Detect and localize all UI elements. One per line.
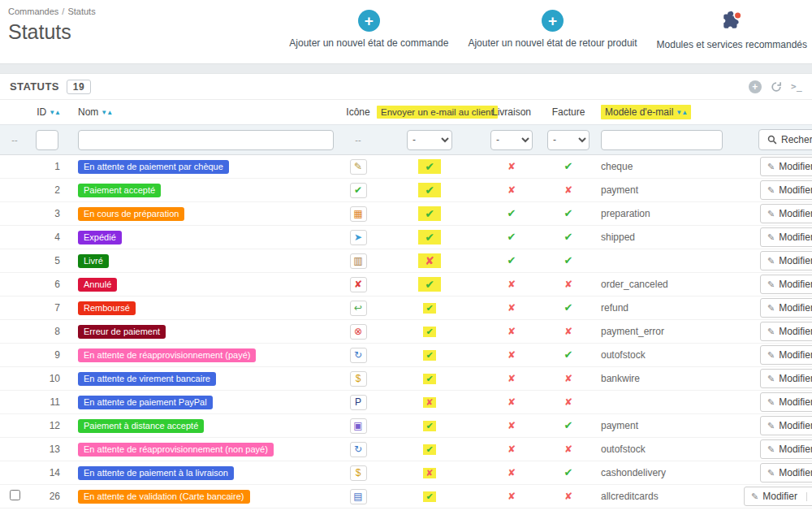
status-id: 1: [29, 161, 71, 172]
modify-button[interactable]: ✎Modifier: [760, 439, 812, 459]
pencil-icon: ✎: [767, 303, 775, 314]
modify-button[interactable]: ✎Modifier▾: [744, 487, 812, 506]
filter-icon-placeholder: --: [339, 135, 377, 145]
status-id: 12: [29, 420, 71, 431]
status-badge: Erreur de paiement: [78, 325, 166, 339]
delivery-cell: ✔: [482, 232, 541, 243]
pencil-icon: ✎: [767, 444, 775, 455]
delivery-cell: ✘: [482, 467, 541, 478]
breadcrumb-commandes[interactable]: Commandes: [8, 6, 58, 16]
cross-icon: ✘: [564, 491, 572, 501]
status-badge: Annulé: [78, 278, 117, 292]
cross-icon: ✘: [423, 468, 435, 478]
pencil-icon: ✎: [767, 185, 775, 196]
cross-icon: ✘: [508, 185, 516, 195]
modify-button[interactable]: ✎Modifier: [760, 275, 812, 294]
modify-button[interactable]: ✎Modifier: [760, 345, 812, 365]
recommended-modules-button[interactable]: Modules et services recommandés: [657, 10, 807, 50]
sort-icons[interactable]: ▼▲: [101, 109, 112, 116]
modify-label: Modifier: [779, 444, 812, 455]
check-icon: ✔: [418, 159, 441, 174]
status-id: 2: [29, 184, 71, 196]
filter-email-select[interactable]: -: [407, 130, 452, 150]
column-header-template[interactable]: Modèle d'e-mail▼▲: [596, 105, 755, 119]
refresh-icon[interactable]: [771, 81, 782, 93]
modify-button[interactable]: ✎Modifier: [760, 157, 812, 176]
recommended-modules-label: Modules et services recommandés: [657, 39, 807, 50]
table-row: 7Remboursé↩✔✘✔refund✎Modifier: [0, 296, 812, 320]
send-email-cell: ✔: [377, 373, 482, 384]
column-header-facture: Facture: [541, 106, 596, 118]
cross-icon: ✘: [508, 444, 516, 454]
breadcrumb-statuts[interactable]: Statuts: [67, 6, 95, 16]
cross-icon: ✘: [508, 279, 516, 289]
column-label: Facture: [552, 106, 585, 118]
check-icon: ✔: [423, 421, 435, 431]
send-email-cell: ✔: [377, 159, 482, 174]
row-actions-cell: ✎Modifier: [755, 345, 812, 365]
row-actions-cell: ✎Modifier: [755, 204, 812, 223]
sort-icons[interactable]: ▼▲: [676, 109, 687, 116]
payment-accepted-icon: ✔: [350, 183, 367, 198]
chevron-down-icon[interactable]: ▾: [806, 492, 812, 501]
sort-icons[interactable]: ▼▲: [49, 109, 60, 116]
modify-button[interactable]: ✎Modifier: [760, 392, 812, 412]
status-id: 5: [29, 255, 71, 266]
email-template: refund: [596, 302, 755, 314]
show-sql-icon[interactable]: >_: [791, 81, 802, 92]
status-name-cell: Paiement accepté: [71, 184, 339, 197]
status-icon-cell: ▤: [339, 489, 377, 504]
search-button[interactable]: Rechercher: [758, 129, 812, 150]
modify-button[interactable]: ✎Modifier: [760, 227, 812, 247]
check-icon: ✔: [423, 350, 435, 361]
email-template: cashondelivery: [596, 467, 755, 478]
add-return-state-button[interactable]: + Ajouter un nouvel état de retour produ…: [468, 10, 637, 50]
add-icon[interactable]: +: [749, 80, 762, 93]
modify-button[interactable]: ✎Modifier: [760, 416, 812, 435]
pencil-icon: ✎: [751, 491, 758, 502]
add-order-state-button[interactable]: + Ajouter un nouvel état de commande: [289, 10, 448, 50]
status-icon-cell: ⊗: [339, 324, 377, 340]
modify-button[interactable]: ✎Modifier: [760, 322, 812, 341]
modify-button[interactable]: ✎Modifier: [760, 369, 812, 388]
delivery-cell: ✘: [482, 396, 541, 408]
filter-name-input[interactable]: [78, 130, 334, 150]
delivery-cell: ✘: [482, 373, 541, 384]
check-icon: ✔: [423, 491, 435, 502]
statuses-panel: STATUTS 19 + >_ ID▼▲ Nom▼▲ Icône Envoyer…: [0, 74, 812, 509]
filter-delivery-select[interactable]: -: [490, 130, 533, 150]
modify-button[interactable]: ✎Modifier: [760, 180, 812, 200]
check-icon: ✔: [423, 327, 435, 337]
status-id: 26: [29, 491, 71, 502]
filter-template-input[interactable]: [601, 130, 723, 150]
send-email-cell: ✔: [377, 230, 482, 245]
filter-invoice-select[interactable]: -: [547, 130, 590, 150]
modify-button[interactable]: ✎Modifier: [760, 463, 812, 483]
canceled-icon: ✘: [350, 277, 367, 292]
modify-button[interactable]: ✎Modifier: [760, 298, 812, 318]
modify-button[interactable]: ✎Modifier: [760, 251, 812, 270]
cross-icon: ✘: [564, 327, 572, 336]
invoice-cell: ✔: [541, 420, 596, 431]
cross-icon: ✘: [564, 279, 572, 289]
status-badge: Remboursé: [78, 301, 136, 315]
pencil-icon: ✎: [767, 209, 775, 219]
email-template: allcreditcards: [596, 491, 755, 502]
send-email-cell: ✔: [377, 349, 482, 361]
modify-label: Modifier: [779, 279, 812, 290]
pencil-icon: ✎: [767, 162, 775, 172]
column-header-nom[interactable]: Nom▼▲: [71, 106, 339, 118]
filter-id-input[interactable]: [36, 130, 58, 150]
status-badge: En cours de préparation: [78, 207, 184, 221]
panel-heading: STATUTS 19 + >_: [0, 74, 812, 100]
status-icon-cell: ↩: [339, 301, 377, 316]
status-name-cell: Expédié: [71, 231, 339, 245]
column-label: Icône: [346, 106, 369, 118]
pencil-icon: ✎: [767, 468, 775, 478]
status-badge: En attente de paiement PayPal: [78, 396, 213, 409]
column-header-id[interactable]: ID▼▲: [29, 106, 71, 118]
modify-button[interactable]: ✎Modifier: [760, 204, 812, 223]
truck-icon: ➤: [350, 230, 367, 245]
row-checkbox[interactable]: [10, 490, 20, 500]
status-id: 8: [29, 326, 71, 337]
